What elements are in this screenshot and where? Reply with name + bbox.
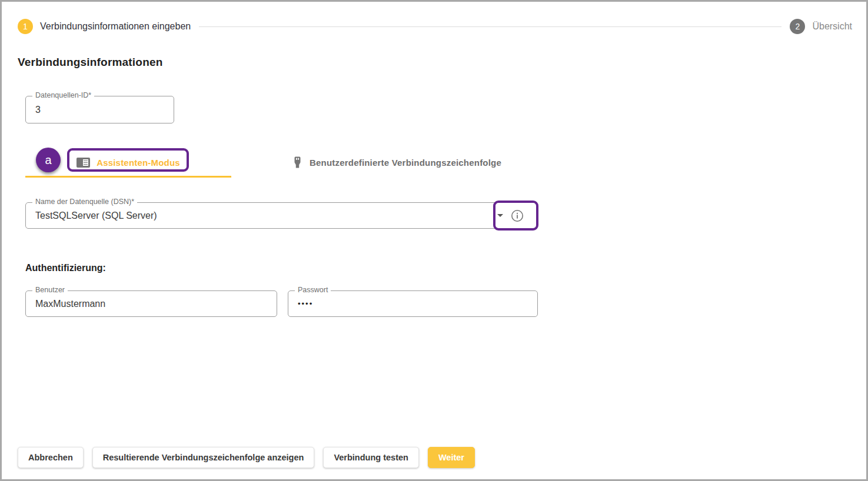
password-value[interactable]: •••• [298,299,528,308]
auth-fields-row: Benutzer MaxMustermann Passwort •••• [25,290,866,317]
tab-custom-connection-string[interactable]: Benutzerdefinierte Verbindungszeichenfol… [231,148,562,178]
wizard-card-icon [77,158,90,168]
stepper: 1 Verbindungsinformationen eingeben 2 Üb… [18,17,852,36]
page-title: Verbindungsinformationen [18,56,866,69]
cancel-button[interactable]: Abbrechen [18,447,84,468]
next-button[interactable]: Weiter [428,447,475,468]
step-2-label: Übersicht [812,21,852,32]
show-connection-string-button[interactable]: Resultierende Verbindungszeichenfolge an… [92,447,315,468]
mode-tabs: Assistenten-Modus Benutzerdefinierte Ver… [25,148,866,178]
footer-actions: Abbrechen Resultierende Verbindungszeich… [18,447,475,468]
dsn-suffix-controls [497,209,527,222]
step-1-badge[interactable]: 1 [18,19,33,34]
active-tab-indicator [25,176,231,178]
datasource-id-value[interactable]: 3 [35,105,164,115]
tab-assistant-mode-label: Assistenten-Modus [97,158,180,168]
password-field[interactable]: Passwort •••• [288,290,538,317]
tab-custom-connection-string-label: Benutzerdefinierte Verbindungszeichenfol… [310,158,501,168]
chevron-down-icon[interactable] [497,214,503,217]
user-label: Benutzer [32,286,68,294]
user-field[interactable]: Benutzer MaxMustermann [25,290,277,317]
dsn-label: Name der Datenquelle (DSN)* [32,198,137,206]
user-value[interactable]: MaxMustermann [35,299,267,309]
auth-section-heading: Authentifizierung: [25,263,866,273]
dsn-field[interactable]: Name der Datenquelle (DSN)* TestSQLServe… [25,202,537,229]
step-2-badge[interactable]: 2 [790,19,805,34]
step-1-label: Verbindungsinformationen eingeben [40,21,191,32]
dsn-value[interactable]: TestSQLServer (SQL Server) [35,211,497,221]
info-icon[interactable] [511,209,524,222]
step-connector-line [199,26,781,27]
password-label: Passwort [295,286,331,294]
datasource-id-field[interactable]: Datenquellen-ID* 3 [25,96,174,123]
plug-icon [292,156,303,169]
test-connection-button[interactable]: Verbindung testen [323,447,419,468]
datasource-id-label: Datenquellen-ID* [32,91,94,99]
wizard-dialog: 1 Verbindungsinformationen eingeben 2 Üb… [0,0,868,481]
annotation-badge-a: a [36,148,61,172]
